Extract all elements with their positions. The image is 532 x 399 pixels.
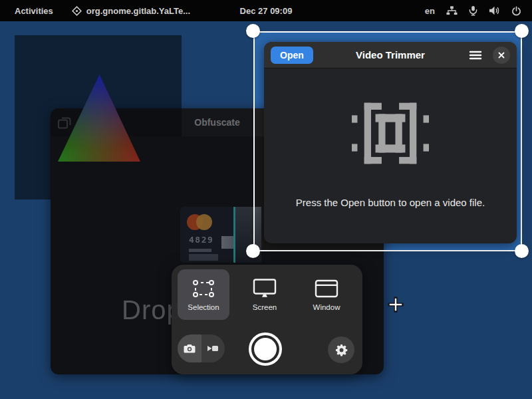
video-mode-button[interactable] <box>201 334 225 362</box>
camera-icon <box>184 344 196 353</box>
hamburger-menu-button[interactable] <box>467 47 484 64</box>
card-redaction-bar <box>189 254 218 261</box>
screen-option-button[interactable]: Screen <box>239 269 291 320</box>
desktop-wallpaper: Obfuscate Drop 4829 <box>0 21 532 399</box>
card-redaction-bar <box>189 249 211 252</box>
keyboard-layout-indicator[interactable]: en <box>425 6 435 16</box>
capture-mode-toggle <box>178 334 225 362</box>
system-status-area[interactable]: en <box>425 5 521 16</box>
selection-handle-top-left[interactable] <box>246 24 260 38</box>
empty-state-text: Press the Open button to open a video fi… <box>296 197 485 208</box>
photo-mode-button[interactable] <box>178 334 201 362</box>
focused-app-indicator[interactable]: org.gnome.gitlab.YaLTe... <box>72 6 190 16</box>
video-trimmer-icon <box>352 99 429 168</box>
screenshot-panel: Selection Screen Window <box>172 265 362 374</box>
window-option-button[interactable]: Window <box>301 269 352 320</box>
top-bar: Activities org.gnome.gitlab.YaLTe... Dec… <box>0 0 532 21</box>
desktop-screen: Activities org.gnome.gitlab.YaLTe... Dec… <box>0 0 532 399</box>
network-wired-icon[interactable] <box>446 6 458 15</box>
open-button[interactable]: Open <box>271 47 313 64</box>
video-trimmer-window: Open Video Trimmer <box>264 42 517 243</box>
close-button[interactable] <box>493 47 510 64</box>
video-trimmer-headerbar: Open Video Trimmer <box>264 42 517 68</box>
camcorder-icon <box>207 344 219 353</box>
capture-button-inner <box>254 338 277 360</box>
selection-option-button[interactable]: Selection <box>178 269 229 320</box>
selection-handle-top-right[interactable] <box>515 24 529 38</box>
mastercard-yellow-circle <box>196 214 212 230</box>
capture-button[interactable] <box>249 332 282 366</box>
screen-icon <box>253 279 277 299</box>
crosshair-cursor <box>388 297 404 313</box>
settings-gear-button[interactable] <box>328 336 354 363</box>
app-icon <box>72 6 82 16</box>
power-icon[interactable] <box>511 6 521 16</box>
selection-option-label: Selection <box>188 303 219 311</box>
selection-handle-bottom-left[interactable] <box>246 244 260 258</box>
selection-icon <box>192 279 215 299</box>
window-option-label: Window <box>313 303 340 311</box>
volume-icon[interactable] <box>489 6 500 15</box>
selection-handle-bottom-right[interactable] <box>515 244 529 258</box>
activities-button[interactable]: Activities <box>11 5 57 17</box>
window-icon <box>315 279 338 299</box>
microphone-icon[interactable] <box>469 5 477 16</box>
gear-icon <box>335 344 348 356</box>
card-background: 4829 <box>180 207 235 263</box>
app-name-label: org.gnome.gitlab.YaLTe... <box>86 6 190 16</box>
screen-option-label: Screen <box>253 303 277 311</box>
card-number-text: 4829 <box>189 235 213 245</box>
video-trimmer-empty-state: Press the Open button to open a video fi… <box>264 68 517 243</box>
